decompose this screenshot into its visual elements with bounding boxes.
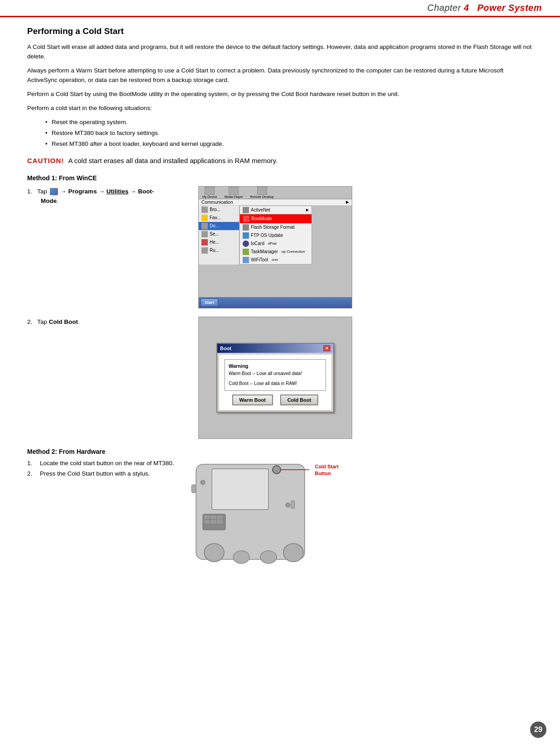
chapter-word: Chapter	[427, 3, 461, 13]
submenu-wifitool: WiFiTool orer	[240, 256, 311, 264]
warm-boot-text: Warm Boot -- Lose all unsaved data!	[229, 371, 322, 377]
warm-boot-button[interactable]: Warm Boot	[232, 395, 273, 405]
svg-rect-5	[204, 515, 210, 519]
menu-label: Ru...	[210, 248, 219, 253]
cold-boot-text: Cold Boot -- Lose all data in RAM!	[229, 380, 322, 387]
list-item: Restore MT380 back to factory settings.	[45, 129, 533, 138]
submenu-label: TaskManager	[251, 249, 278, 254]
svg-rect-12	[291, 501, 295, 509]
paragraph-3: Perform a Cold Start by using the BootMo…	[27, 90, 533, 99]
paragraph-2: Always perform a Warm Start before attem…	[27, 66, 533, 85]
submenu-label: ActiveNet	[251, 207, 270, 212]
svg-rect-9	[211, 520, 216, 524]
method-1-title: Method 1: From WinCE	[27, 174, 533, 182]
method-2-title: Method 2: From Hardware	[27, 448, 533, 455]
icon-img	[205, 187, 215, 195]
remote-desktop-icon: Remote Desktop	[250, 187, 274, 198]
method1-step1-row: 1. Tap → Programs → Utilities → Boot- Mo…	[27, 186, 533, 308]
svg-point-17	[273, 466, 281, 474]
icon-img	[229, 187, 239, 195]
submenu-label: WiFiTool	[251, 257, 268, 262]
communication-bar: Communication ▶	[199, 199, 352, 206]
method2-step2-row: 2. Press the Cold Start button with a st…	[27, 470, 181, 477]
submenu-icon	[243, 257, 249, 263]
method1-step1-image: My Device Media Player Remote Desktop	[198, 186, 533, 308]
wince-screenshot: My Device Media Player Remote Desktop	[198, 186, 352, 308]
boot-warning-box: Warning Warm Boot -- Lose all unsaved da…	[225, 359, 326, 391]
chapter-number: 4	[464, 3, 469, 13]
step-cold-boot: Cold Boot	[49, 318, 78, 325]
svg-rect-2	[191, 485, 196, 493]
step-arrow2: →	[99, 188, 106, 195]
menu-he: He...	[199, 238, 239, 246]
boot-buttons: Warm Boot Cold Boot	[225, 395, 326, 405]
list-item: Reset MT380 after a boot loader, keyboar…	[45, 140, 533, 149]
svg-point-16	[283, 544, 303, 562]
submenu-activenet: ActiveNet ▶	[240, 206, 311, 214]
start-button[interactable]: Start	[201, 298, 218, 307]
method2-step1-row: 1. Locate the cold start button on the r…	[27, 460, 181, 467]
menu-label: Fav...	[210, 215, 220, 220]
svg-point-11	[286, 503, 290, 507]
page-content: Performing a Cold Start A Cold Start wil…	[0, 17, 560, 595]
svg-rect-1	[212, 469, 268, 510]
svg-rect-6	[211, 515, 216, 519]
method-1-section: Method 1: From WinCE 1. Tap → Programs →…	[27, 174, 533, 439]
svg-point-14	[233, 551, 249, 563]
arrow-icon: ▶	[306, 208, 309, 212]
submenu-ftp: FTP OS Update	[240, 231, 311, 240]
menu-fav: Fav...	[199, 214, 239, 222]
submenu-icon	[243, 249, 249, 255]
menu-do[interactable]: Do...	[199, 222, 239, 230]
paragraph-1: A Cold Start will erase all added data a…	[27, 43, 533, 62]
boot-dialog: Boot ✕ Warning Warm Boot -- Lose all uns…	[216, 343, 334, 413]
boot-dialog-titlebar: Boot ✕	[217, 344, 333, 353]
list-item: Reset the operating system.	[45, 118, 533, 127]
menu-icon	[201, 207, 208, 213]
caution-text: A cold start erases all data and install…	[68, 157, 278, 164]
menu-ru: Ru...	[199, 246, 239, 255]
paragraph-4: Perform a cold start in the following si…	[27, 104, 533, 113]
step-arrow1: →	[61, 188, 68, 195]
submenu-icon	[243, 232, 249, 239]
submenu-icon	[243, 216, 249, 222]
device-container: Cold StartButton	[189, 460, 334, 568]
boot-screenshot: Boot ✕ Warning Warm Boot -- Lose all uns…	[198, 317, 352, 439]
icon-label: Media Player	[225, 195, 243, 198]
step-programs: Programs	[68, 188, 97, 195]
boot-dialog-close-button[interactable]: ✕	[323, 345, 330, 351]
method2-step2-text: Press the Cold Start button with a stylu…	[40, 470, 150, 477]
media-player-icon: Media Player	[225, 187, 243, 198]
svg-point-15	[260, 551, 277, 563]
hardware-image: Cold StartButton	[189, 460, 533, 568]
chapter-title: Power System	[477, 3, 542, 13]
method2-content: 1. Locate the cold start button on the r…	[27, 460, 533, 568]
menu-label: Se...	[210, 231, 219, 236]
menu-label: Do...	[210, 223, 219, 228]
wince-taskbar: Start	[199, 297, 352, 308]
submenu-iocard: IoCard dPad	[240, 240, 311, 248]
boot-dialog-title-text: Boot	[220, 346, 231, 351]
submenu-flash: Flash Storage Format	[240, 223, 311, 231]
cold-start-label: Cold StartButton	[315, 463, 339, 477]
boot-dialog-body: Warning Warm Boot -- Lose all unsaved da…	[219, 355, 331, 410]
menus-container: Bro... Fav... Do...	[199, 206, 352, 265]
submenu-taskmanager: TaskManager op Connection	[240, 248, 311, 256]
menu-label: Bro...	[210, 207, 220, 212]
page-header: Chapter 4 Power System	[0, 0, 560, 17]
submenu-label: Flash Storage Format	[251, 225, 295, 230]
svg-rect-8	[204, 520, 210, 524]
menu-label: He...	[210, 240, 219, 245]
submenu-bootmode[interactable]: BootMode	[240, 214, 311, 223]
submenu-label: BootMode	[251, 216, 272, 221]
caution-label: CAUTION!	[27, 157, 64, 164]
method1-step2-text: 2. Tap Cold Boot.	[27, 317, 190, 327]
communication-label: Communication	[201, 200, 233, 205]
cold-boot-button[interactable]: Cold Boot	[280, 395, 319, 405]
method1-step1-text: 1. Tap → Programs → Utilities → Boot- Mo…	[27, 186, 190, 206]
section-title: Performing a Cold Start	[27, 26, 533, 36]
step-tap: Tap	[37, 188, 47, 195]
menu-se: Se...	[199, 230, 239, 238]
spacer	[229, 377, 322, 380]
step-utilities: Utilities	[106, 188, 129, 195]
